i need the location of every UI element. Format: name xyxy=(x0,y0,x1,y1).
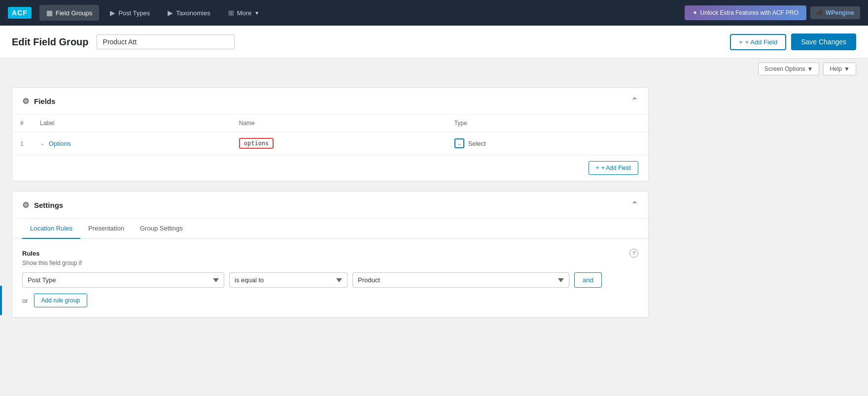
more-icon: ⊞ xyxy=(228,9,234,17)
page-header: Edit Field Group + + Add Field Save Chan… xyxy=(0,26,868,59)
col-label: Label xyxy=(32,115,231,132)
chevron-down-icon: ▼ xyxy=(254,10,259,16)
rule-value-select[interactable]: Product xyxy=(352,272,569,288)
col-name: Name xyxy=(231,115,447,132)
settings-gear-icon: ⚙ xyxy=(22,200,29,210)
help-button[interactable]: Help ▼ xyxy=(823,63,856,75)
tab-location-rules[interactable]: Location Rules xyxy=(22,219,80,239)
settings-card-header: ⚙ Settings ⌃ xyxy=(12,192,648,219)
top-navigation: ACF ▦ Field Groups ▶ Post Types ▶ Taxono… xyxy=(0,0,868,26)
acf-logo: ACF xyxy=(8,7,32,19)
main-content: ⚙ Fields ⌃ # Label Name Type 1 ⌄ xyxy=(0,79,660,335)
table-row: 1 ⌄ Options options ⌄ Select xyxy=(12,132,648,155)
screen-options-button[interactable]: Screen Options ▼ xyxy=(758,63,820,75)
fields-table: # Label Name Type 1 ⌄ Options xyxy=(12,115,648,155)
rules-label: Rules ? xyxy=(22,249,638,258)
add-field-small-button[interactable]: + + Add Field xyxy=(589,161,638,175)
taxonomies-icon: ▶ xyxy=(168,9,173,17)
page-title: Edit Field Group xyxy=(12,36,89,48)
field-label-cell: ⌄ Options xyxy=(32,132,231,155)
star-icon: ✦ xyxy=(693,9,697,16)
unlock-acf-pro-button[interactable]: ✦ Unlock Extra Features with ACF PRO xyxy=(685,5,806,20)
field-label-link[interactable]: Options xyxy=(49,140,71,147)
rule-row: Post Type is equal to Product and xyxy=(22,272,638,288)
field-expand-icon[interactable]: ⌄ xyxy=(40,140,45,147)
left-accent-bar xyxy=(0,286,2,315)
screen-options-bar: Screen Options ▼ Help ▼ xyxy=(0,59,868,79)
add-rule-group-button[interactable]: Add rule group xyxy=(34,294,88,307)
col-type: Type xyxy=(447,115,648,132)
nav-taxonomies[interactable]: ▶ Taxonomies xyxy=(161,5,217,21)
show-if-label: Show this field group if xyxy=(22,260,638,266)
fields-card-footer: + + Add Field xyxy=(12,155,648,181)
field-type-cell: ⌄ Select xyxy=(447,132,648,155)
col-hash: # xyxy=(12,115,32,132)
location-rules-section: Rules ? Show this field group if Post Ty… xyxy=(12,239,648,317)
plus-icon: + xyxy=(739,38,743,46)
select-field-icon: ⌄ xyxy=(454,138,464,148)
add-field-button[interactable]: + + Add Field xyxy=(730,34,786,50)
tab-group-settings[interactable]: Group Settings xyxy=(132,219,191,239)
save-changes-button[interactable]: Save Changes xyxy=(791,33,856,50)
fields-card: ⚙ Fields ⌃ # Label Name Type 1 ⌄ xyxy=(12,87,649,181)
settings-card-title: ⚙ Settings xyxy=(22,200,63,210)
settings-collapse-button[interactable]: ⌃ xyxy=(631,199,638,210)
or-label: or xyxy=(22,297,28,304)
nav-more[interactable]: ⊞ More ▼ xyxy=(221,5,267,21)
field-groups-icon: ▦ xyxy=(46,9,53,17)
chevron-down-icon: ▼ xyxy=(807,66,813,72)
field-name-cell: options xyxy=(231,132,447,155)
chevron-down-icon: ▼ xyxy=(844,66,850,72)
rule-operator-select[interactable]: is equal to xyxy=(229,272,347,288)
gear-icon: ⚙ xyxy=(22,97,29,106)
field-name-badge: options xyxy=(239,138,274,149)
fields-card-header: ⚙ Fields ⌃ xyxy=(12,88,648,115)
or-section: or Add rule group xyxy=(22,294,638,307)
fields-card-title: ⚙ Fields xyxy=(22,97,55,106)
and-button[interactable]: and xyxy=(574,272,602,288)
wp-engine-icon: ⬛ xyxy=(816,9,824,16)
settings-card: ⚙ Settings ⌃ Location Rules Presentation… xyxy=(12,191,649,318)
rule-condition-select[interactable]: Post Type xyxy=(22,272,224,288)
nav-post-types[interactable]: ▶ Post Types xyxy=(103,5,157,21)
settings-tabs: Location Rules Presentation Group Settin… xyxy=(12,219,648,239)
help-icon[interactable]: ? xyxy=(629,249,638,258)
fields-table-header-row: # Label Name Type xyxy=(12,115,648,132)
field-group-name-input[interactable] xyxy=(97,34,235,49)
header-actions: + + Add Field Save Changes xyxy=(730,33,856,50)
tab-presentation[interactable]: Presentation xyxy=(80,219,132,239)
plus-icon-small: + xyxy=(596,165,599,171)
wp-engine-logo: ⬛ WPengine xyxy=(810,6,860,19)
field-number: 1 xyxy=(12,132,32,155)
fields-collapse-button[interactable]: ⌃ xyxy=(631,96,638,106)
nav-field-groups[interactable]: ▦ Field Groups xyxy=(39,5,99,21)
post-types-icon: ▶ xyxy=(110,9,115,17)
